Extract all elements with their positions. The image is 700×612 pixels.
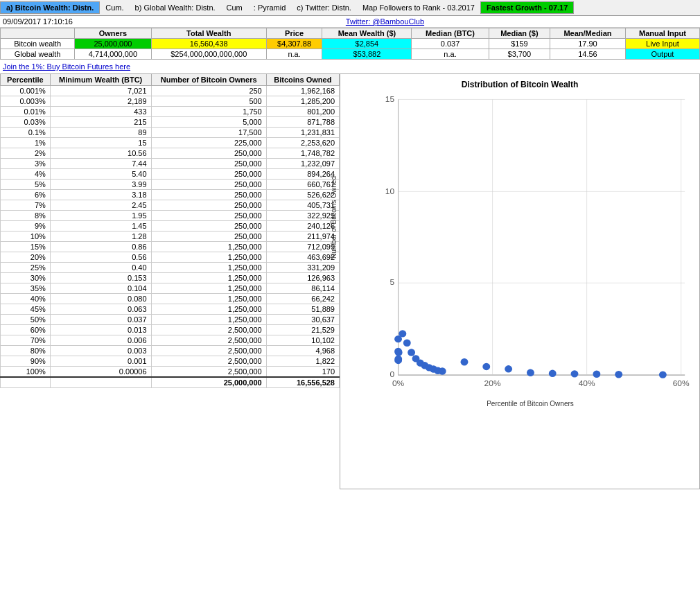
col-header-mean-wealth: Mean Wealth ($) — [322, 28, 412, 39]
table-row: 80%0.0032,500,0004,968 — [1, 346, 340, 356]
col-header-median-btc: Median (BTC) — [412, 28, 489, 39]
global-wealth-label: Global wealth — [1, 49, 75, 60]
chart-point — [571, 370, 579, 377]
table-row: 45%0.0631,250,00051,889 — [1, 304, 340, 315]
distribution-table: Percentile Minimum Wealth (BTC) Number o… — [0, 73, 340, 388]
global-mean-median: 14.56 — [550, 49, 626, 60]
dist-col-num-owners: Number of Bitcoin Owners — [151, 74, 266, 86]
table-row: 30%0.1531,250,000126,963 — [1, 273, 340, 283]
table-row: 0.1%8917,5001,231,831 — [1, 128, 340, 138]
table-row: 60%0.0132,500,00021,529 — [1, 325, 340, 335]
svg-text:0%: 0% — [392, 378, 405, 387]
dist-col-btc-owned: Bitcoins Owned — [266, 74, 339, 86]
table-row: 90%0.0012,500,0001,822 — [1, 356, 340, 367]
twitter-link[interactable]: Twitter: @BambouClub — [346, 17, 424, 26]
chart-point — [549, 370, 557, 377]
table-row: 40%0.0801,250,00066,242 — [1, 294, 340, 304]
chart-point — [482, 363, 490, 370]
chart-point — [439, 367, 446, 374]
bitcoin-mean-median: 17.90 — [550, 39, 626, 49]
table-row: 25%0.401,250,000331,209 — [1, 263, 340, 273]
bitcoin-mean-wealth: $2,854 — [322, 39, 412, 49]
chart-point — [659, 371, 667, 378]
global-owners: 4,714,000,000 — [75, 49, 152, 60]
summary-table: Owners Total Wealth Price Mean Wealth ($… — [0, 28, 700, 60]
chart-point — [593, 371, 600, 378]
datetime-label: 09/09/2017 17:10:16 — [3, 17, 73, 26]
table-row: 8%1.95250,000322,929 — [1, 211, 340, 221]
table-row: 70%0.0062,500,00010,102 — [1, 335, 340, 346]
chart-point — [399, 330, 406, 337]
global-output: Output — [625, 49, 699, 60]
bitcoin-owners: 25,000,000 — [75, 39, 152, 49]
svg-text:10: 10 — [385, 186, 395, 195]
chart-point — [615, 371, 622, 378]
tab-map-followers[interactable]: Map Followers to Rank - 03.2017 — [357, 2, 480, 13]
tab-twitter-distn[interactable]: c) Twitter: Distn. — [291, 2, 357, 13]
global-total-wealth: $254,000,000,000,000 — [151, 49, 266, 60]
table-row: 35%0.1041,250,00086,114 — [1, 283, 340, 294]
table-row: 0.03%2155,000871,788 — [1, 117, 340, 128]
table-row: 20%0.561,250,000463,692 — [1, 252, 340, 263]
svg-text:15: 15 — [385, 94, 395, 103]
svg-text:60%: 60% — [673, 378, 690, 387]
chart-point — [395, 349, 403, 356]
tab-pyramid[interactable]: : Pyramid — [248, 2, 291, 13]
chart-title: Distribution of Bitcoin Wealth — [340, 74, 699, 92]
table-row: 0.001%7,0212501,962,168 — [1, 86, 340, 96]
distribution-table-wrap: Percentile Minimum Wealth (BTC) Number o… — [0, 73, 340, 489]
svg-text:5: 5 — [390, 278, 394, 287]
tab-global-wealth-distn[interactable]: b) Global Wealth: Distn. — [130, 2, 221, 13]
chart-point — [408, 349, 415, 356]
header-row: 09/09/2017 17:10:16 Twitter: @BambouClub — [0, 16, 700, 27]
chart-points — [394, 330, 667, 378]
global-mean-wealth: $53,882 — [322, 49, 412, 60]
chart-svg: 0 5 10 15 0% 20% 40% — [368, 92, 692, 404]
table-row: 5%3.99250,000660,761 — [1, 180, 340, 190]
col-header-label — [1, 28, 75, 39]
top-navigation: a) Bitcoin Wealth: Distn. Cum. b) Global… — [0, 0, 700, 16]
chart-area: Distribution of Bitcoin Wealth Number of… — [340, 73, 700, 489]
svg-text:20%: 20% — [484, 378, 502, 387]
chart-point — [461, 358, 469, 365]
chart-point — [403, 340, 411, 347]
chart-point — [527, 369, 534, 376]
chart-point — [505, 365, 512, 372]
col-header-median-usd: Median ($) — [489, 28, 550, 39]
totals-btc: 16,556,528 — [266, 377, 339, 388]
col-header-owners: Owners — [75, 28, 152, 39]
table-row: 100%0.000062,500,000170 — [1, 367, 340, 378]
table-row: 9%1.45250,000240,126 — [1, 221, 340, 231]
svg-text:0: 0 — [390, 369, 394, 378]
global-price: n.a. — [266, 49, 322, 60]
table-row: 50%0.0371,250,00030,637 — [1, 315, 340, 325]
table-row: 1%15225,0002,253,620 — [1, 138, 340, 148]
global-median-btc: n.a. — [412, 49, 489, 60]
dist-col-percentile: Percentile — [1, 74, 51, 86]
summary-section: Owners Total Wealth Price Mean Wealth ($… — [0, 27, 700, 60]
bitcoin-total-wealth: 16,560,438 — [151, 39, 266, 49]
totals-min — [50, 377, 151, 388]
col-header-total-wealth: Total Wealth — [151, 28, 266, 39]
table-row: 2%10.56250,0001,748,782 — [1, 148, 340, 159]
tab-fastest-growth[interactable]: Fastest Growth - 07.17 — [480, 1, 574, 14]
tab-bitcoin-wealth-distn[interactable]: a) Bitcoin Wealth: Distn. — [0, 1, 100, 14]
col-header-price: Price — [266, 28, 322, 39]
chart-point — [394, 356, 402, 362]
tab-cum-1[interactable]: Cum. — [100, 2, 129, 13]
bitcoin-median-btc: 0.037 — [412, 39, 489, 49]
table-row: 4%5.40250,000894,264 — [1, 169, 340, 180]
bitcoin-live-input: Live Input — [625, 39, 699, 49]
table-row: 7%2.45250,000405,731 — [1, 200, 340, 211]
bitcoin-price: $4,307.88 — [266, 39, 322, 49]
tab-cum-2[interactable]: Cum — [221, 2, 248, 13]
join-link[interactable]: Join the 1%: Buy Bitcoin Futures here — [0, 60, 700, 73]
bitcoin-median-usd: $159 — [489, 39, 550, 49]
totals-owners: 25,000,000 — [151, 377, 266, 388]
col-header-manual-input: Manual Input — [625, 28, 699, 39]
totals-row: 25,000,000 16,556,528 — [1, 377, 340, 388]
table-row: 0.003%2,1895001,285,200 — [1, 96, 340, 107]
table-row: 6%3.18250,000526,622 — [1, 190, 340, 200]
table-row: 3%7.44250,0001,232,097 — [1, 159, 340, 169]
global-median-usd: $3,700 — [489, 49, 550, 60]
